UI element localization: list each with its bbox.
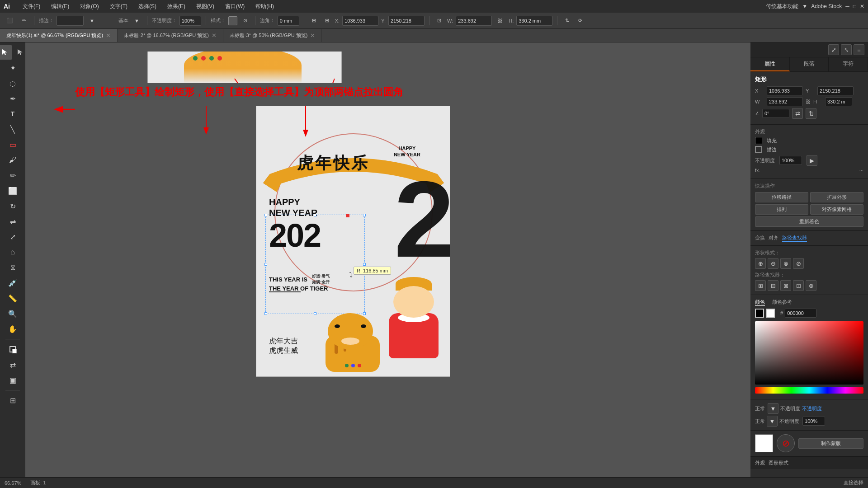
tool-eraser[interactable]: ⬜: [5, 183, 20, 198]
mode-dropdown-icon[interactable]: ▼: [802, 3, 807, 9]
tool-rotate[interactable]: ↻: [5, 199, 20, 213]
tool-lasso[interactable]: ◌: [5, 76, 20, 90]
menu-effect[interactable]: 效果(E): [165, 2, 187, 11]
tool-paintbrush[interactable]: 🖌: [5, 153, 20, 167]
rp-link-icon[interactable]: ⛓: [806, 99, 811, 104]
rp-stroke-swatch[interactable]: [755, 146, 762, 153]
x-input[interactable]: [342, 16, 378, 26]
rp-opacity-expand[interactable]: ▶: [807, 155, 817, 166]
tab-0-close[interactable]: ✕: [106, 32, 111, 39]
tool-fill-stroke[interactable]: [5, 342, 20, 357]
rp-bottom-tab-shape[interactable]: 图形形式: [769, 460, 788, 466]
menu-object[interactable]: 对象(O): [78, 2, 100, 11]
opacity-input[interactable]: [179, 16, 201, 26]
rp-btn-expand[interactable]: 扩展外形: [810, 192, 863, 202]
rp-mode-dropdown[interactable]: ▼: [768, 403, 778, 414]
wh-toggle[interactable]: ⊡: [434, 16, 444, 25]
arrange-btn[interactable]: ⇅: [562, 16, 572, 25]
rp-make-mask-btn[interactable]: 制作蒙版: [798, 438, 863, 449]
tool-measure[interactable]: 📏: [5, 291, 20, 305]
rp-opacity-input[interactable]: [779, 156, 802, 165]
tool-selection[interactable]: [0, 45, 12, 60]
rp-flip-v[interactable]: ⇅: [806, 108, 816, 119]
tool-type[interactable]: T: [5, 107, 20, 121]
rp-color-tab-ref[interactable]: 颜色参考: [772, 299, 792, 306]
tab-1-close[interactable]: ✕: [212, 32, 217, 39]
window-restore[interactable]: □: [853, 3, 856, 9]
rp-x-input[interactable]: [767, 86, 803, 95]
w-input[interactable]: [456, 16, 492, 26]
rp-btn-offset[interactable]: 位移路径: [755, 192, 808, 202]
tool-blend[interactable]: ⧖: [5, 260, 20, 275]
tool-screen-mode[interactable]: ▣: [5, 373, 20, 387]
window-close[interactable]: ✕: [860, 3, 864, 9]
tab-0[interactable]: 虎年快乐(1).ai* @ 66.67% (RGB/GPU 预览) ✕: [0, 29, 118, 42]
rp-angle-input[interactable]: [762, 109, 789, 118]
tool-color-swap[interactable]: ⇄: [5, 357, 20, 372]
rp-hex-input[interactable]: [785, 309, 816, 318]
rp-mask-cancel[interactable]: ⊘: [777, 434, 795, 452]
tab-2[interactable]: 未标题-3* @ 50% (RGB/GPU 预览) ✕: [223, 29, 322, 42]
rp-sm-minus-front[interactable]: ⊖: [768, 258, 778, 269]
menu-edit[interactable]: 编辑(E): [49, 2, 71, 11]
rp-y-input[interactable]: [817, 86, 854, 95]
transform-btn[interactable]: ⟳: [575, 16, 585, 25]
panel-collapse-btn[interactable]: ⤡: [841, 44, 852, 55]
rp-fill-box[interactable]: [755, 309, 764, 318]
tool-draw[interactable]: ✏: [19, 16, 29, 25]
rp-color-picker[interactable]: [755, 321, 863, 385]
rp-pf-1[interactable]: ⊞: [755, 280, 766, 291]
rp-tab-paragraph[interactable]: 段落: [790, 57, 829, 71]
rp-align-tab-align[interactable]: 对齐: [769, 235, 778, 242]
rp-align-tab-transform[interactable]: 变换: [755, 235, 765, 242]
menu-view[interactable]: 视图(V): [194, 2, 216, 11]
panel-expand-btn[interactable]: ⤢: [828, 44, 839, 55]
rp-transparency-tab[interactable]: 不透明度: [802, 405, 822, 412]
tool-magic-wand[interactable]: ✦: [5, 61, 20, 75]
rp-mode2-dropdown[interactable]: ▼: [767, 416, 778, 427]
tool-hand[interactable]: ✋: [5, 322, 20, 336]
menu-type[interactable]: 文字(T): [108, 2, 129, 11]
tool-pen[interactable]: ✒: [5, 91, 20, 106]
stroke-dropdown[interactable]: ▼: [86, 17, 98, 25]
tab-1[interactable]: 未标题-2* @ 16.67% (RGB/GPU 预览) ✕: [118, 29, 223, 42]
tool-mirror[interactable]: ⇌: [5, 214, 20, 229]
menu-select[interactable]: 选择(S): [137, 2, 158, 11]
rp-btn-align-pixel[interactable]: 对齐像素网格: [810, 204, 863, 215]
align-left-btn[interactable]: ⊟: [309, 16, 319, 25]
menu-file[interactable]: 文件(F): [21, 2, 42, 11]
rp-bottom-tab-appearance[interactable]: 外观: [755, 460, 765, 466]
tool-line[interactable]: ╲: [5, 122, 20, 136]
canvas-area[interactable]: 使用【矩形工具】绘制矩形，使用【直接选择工具】为顶部两锚点拉出圆角: [25, 42, 750, 477]
tool-scale[interactable]: ⤢: [5, 230, 20, 244]
tab-2-close[interactable]: ✕: [310, 32, 315, 39]
link-wh[interactable]: ⛓: [495, 17, 506, 25]
y-input[interactable]: [388, 16, 425, 26]
rp-btn-recolor[interactable]: 重新着色: [755, 216, 863, 227]
h-input[interactable]: [516, 16, 552, 26]
rp-sm-intersect[interactable]: ⊗: [780, 258, 791, 269]
corner-input[interactable]: [278, 16, 299, 26]
stroke-basic-dropdown[interactable]: ▼: [131, 17, 142, 25]
rp-w-input[interactable]: [767, 97, 803, 106]
rp-color-spectrum[interactable]: [755, 387, 863, 394]
style-box[interactable]: [228, 16, 237, 25]
tool-warp[interactable]: ⌂: [5, 245, 20, 259]
rp-tab-character[interactable]: 字符: [829, 57, 868, 71]
rp-pf-3[interactable]: ⊠: [780, 280, 791, 291]
rp-sm-unite[interactable]: ⊕: [755, 258, 766, 269]
rp-tab-properties[interactable]: 属性: [750, 57, 790, 71]
tool-artboard[interactable]: ⊞: [5, 393, 20, 408]
stroke-input[interactable]: [57, 16, 84, 26]
rp-fill-swatch[interactable]: [755, 137, 762, 144]
tool-eyedropper[interactable]: 💉: [5, 276, 20, 290]
rp-layer-opacity-input[interactable]: [802, 417, 825, 426]
panel-menu-btn[interactable]: ≡: [854, 44, 864, 55]
rp-btn-arrange[interactable]: 排列: [755, 204, 808, 215]
distribute-btn[interactable]: ⊞: [322, 16, 332, 25]
rp-stroke-box[interactable]: [766, 309, 775, 318]
rp-flip-h[interactable]: ⇄: [792, 108, 803, 119]
rp-pf-4[interactable]: ⊡: [793, 280, 804, 291]
rp-h-input[interactable]: [825, 97, 852, 106]
tool-select[interactable]: ⬛: [4, 16, 16, 25]
